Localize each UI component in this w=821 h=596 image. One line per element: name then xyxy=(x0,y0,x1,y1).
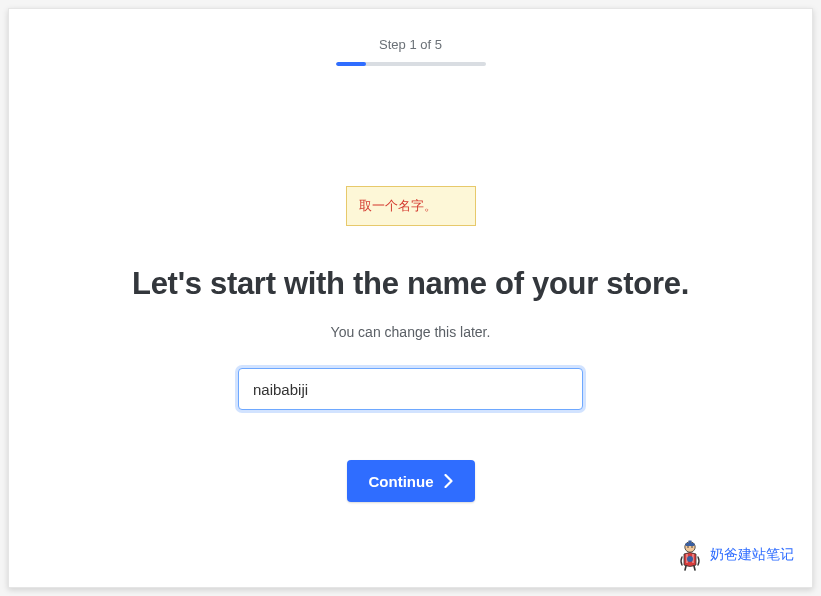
input-row xyxy=(9,368,812,410)
svg-point-3 xyxy=(687,546,689,548)
progress-fill xyxy=(336,62,366,66)
store-name-input[interactable] xyxy=(238,368,583,410)
page-title: Let's start with the name of your store. xyxy=(9,266,812,302)
button-row: Continue xyxy=(9,460,812,502)
chevron-right-icon xyxy=(444,474,453,488)
progress-bar xyxy=(336,62,486,66)
onboarding-card: Step 1 of 5 取一个名字。 Let's start with the … xyxy=(8,8,813,588)
page-subtitle: You can change this later. xyxy=(9,324,812,340)
hint-callout: 取一个名字。 xyxy=(346,186,476,226)
watermark-text: 奶爸建站笔记 xyxy=(710,546,794,564)
mascot-icon xyxy=(676,539,704,571)
svg-point-5 xyxy=(687,556,693,562)
step-label: Step 1 of 5 xyxy=(9,37,812,52)
continue-button-label: Continue xyxy=(369,473,434,490)
watermark: 奶爸建站笔记 xyxy=(676,539,794,571)
svg-point-4 xyxy=(691,546,693,548)
continue-button[interactable]: Continue xyxy=(347,460,475,502)
svg-rect-2 xyxy=(689,541,692,544)
